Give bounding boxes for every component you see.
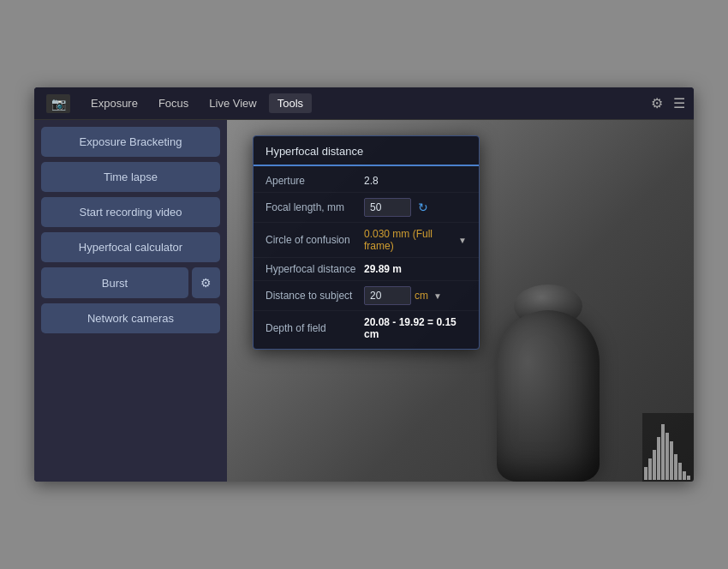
main-content: Exposure Bracketing Time lapse Start rec…: [34, 120, 694, 482]
hist-bar: [674, 454, 677, 480]
distance-input-row: cm ▼: [364, 286, 467, 305]
distance-scroll-indicator: ▼: [433, 291, 442, 301]
exposure-bracketing-button[interactable]: Exposure Bracketing: [41, 127, 220, 157]
menu-items: Exposure Focus Live View Tools: [82, 93, 651, 113]
hist-bar: [644, 467, 647, 480]
hyperfocal-dist-value: 29.89 m: [364, 263, 467, 275]
refresh-icon[interactable]: ↻: [418, 201, 428, 214]
focal-length-label: Focal length, mm: [266, 201, 364, 213]
distance-subject-label: Distance to subject: [266, 290, 364, 302]
menu-item-exposure[interactable]: Exposure: [82, 93, 146, 113]
histogram: [642, 413, 694, 482]
app-logo: [43, 91, 74, 117]
hamburger-icon[interactable]: ☰: [673, 95, 685, 111]
hist-bar: [661, 424, 665, 480]
burst-settings-icon[interactable]: ⚙: [192, 267, 220, 298]
logo-icon: [46, 94, 70, 113]
coc-value-row: 0.030 mm (Full frame) ▼: [364, 228, 467, 252]
hist-bar: [657, 437, 660, 480]
live-view: Hyperfocal distance Aperture 2.8 Focal l…: [227, 120, 694, 482]
coc-row: Circle of confusion 0.030 mm (Full frame…: [254, 223, 479, 258]
menu-item-tools[interactable]: Tools: [269, 93, 312, 113]
menu-item-focus[interactable]: Focus: [150, 93, 197, 113]
hist-bar: [670, 441, 673, 480]
hist-bar: [687, 476, 690, 480]
dof-value: 20.08 - 19.92 = 0.15 cm: [364, 316, 467, 340]
distance-unit: cm: [415, 290, 428, 302]
focal-length-row: Focal length, mm ↻: [254, 193, 479, 223]
focal-length-input[interactable]: [364, 198, 411, 217]
hist-bar: [678, 463, 682, 480]
hyperfocal-dialog: Hyperfocal distance Aperture 2.8 Focal l…: [253, 135, 480, 350]
scroll-indicator: ▼: [458, 236, 467, 245]
menu-item-liveview[interactable]: Live View: [200, 93, 265, 113]
distance-subject-row: Distance to subject cm ▼: [254, 281, 479, 311]
settings-icon[interactable]: ⚙: [651, 95, 663, 111]
hist-bar: [665, 433, 669, 480]
dof-label: Depth of field: [266, 322, 364, 334]
hyperfocal-dist-label: Hyperfocal distance: [266, 263, 364, 275]
lens-body: [497, 310, 600, 482]
dialog-body: Aperture 2.8 Focal length, mm ↻ Circle o…: [254, 166, 479, 349]
focal-length-input-row: ↻: [364, 198, 467, 217]
menu-bar: Exposure Focus Live View Tools ⚙ ☰: [34, 87, 694, 120]
hist-bar: [653, 450, 656, 480]
burst-button[interactable]: Burst: [41, 267, 188, 298]
hist-bar: [683, 471, 686, 480]
hist-bar: [648, 458, 652, 480]
coc-label: Circle of confusion: [266, 234, 364, 246]
hyperfocal-calc-button[interactable]: Hyperfocal calculator: [41, 232, 220, 262]
aperture-row: Aperture 2.8: [254, 170, 479, 193]
network-cameras-button[interactable]: Network cameras: [41, 303, 220, 333]
dof-row: Depth of field 20.08 - 19.92 = 0.15 cm: [254, 311, 479, 345]
aperture-value: 2.8: [364, 175, 467, 187]
distance-input[interactable]: [364, 286, 411, 305]
dialog-title: Hyperfocal distance: [254, 136, 479, 166]
menu-right: ⚙ ☰: [651, 95, 685, 111]
sidebar: Exposure Bracketing Time lapse Start rec…: [34, 120, 227, 482]
app-window: Exposure Focus Live View Tools ⚙ ☰ Expos…: [34, 87, 694, 482]
time-lapse-button[interactable]: Time lapse: [41, 162, 220, 192]
start-recording-button[interactable]: Start recording video: [41, 197, 220, 227]
aperture-label: Aperture: [266, 175, 364, 187]
lens-silhouette: [471, 259, 625, 482]
hyperfocal-dist-row: Hyperfocal distance 29.89 m: [254, 258, 479, 281]
coc-value: 0.030 mm (Full frame): [364, 228, 453, 252]
burst-row: Burst ⚙: [41, 267, 220, 298]
